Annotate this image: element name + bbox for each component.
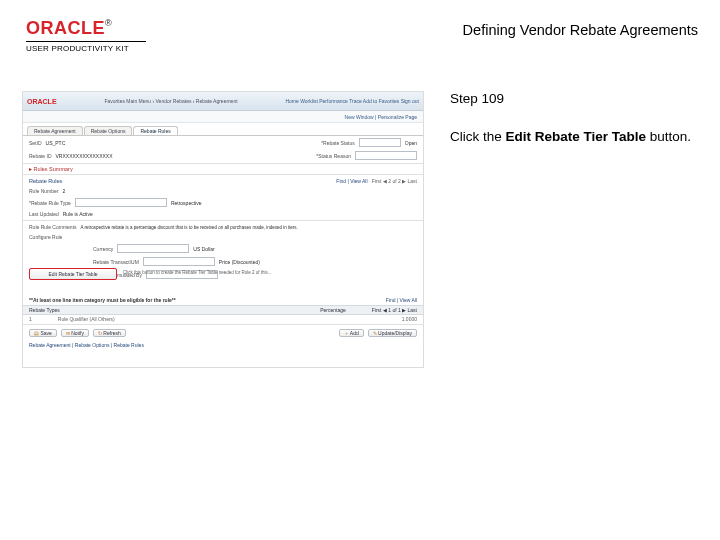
ruletype-select[interactable] — [75, 198, 167, 207]
section-rebate-rules: Rebate Rules — [29, 178, 62, 184]
add-button[interactable]: ＋ Add — [339, 329, 364, 337]
refresh-button[interactable]: ↻ Refresh — [93, 329, 126, 337]
col-category: Rebate Types — [29, 307, 60, 313]
instruction-panel: Step 109 Click the Edit Rebate Tier Tabl… — [450, 91, 691, 146]
instruction-post: button. — [646, 129, 691, 144]
row-desc: Rule Qualifier (All Others) — [58, 316, 115, 322]
currency-label: Currency — [93, 246, 113, 252]
notify-icon: ✉ — [66, 330, 70, 336]
setid-value: US_PTC — [46, 140, 66, 146]
transact-select[interactable] — [143, 257, 215, 266]
table-row: 1 Rule Qualifier (All Others) 1.0000 — [23, 315, 423, 323]
ruleno-value: 2 — [62, 188, 65, 194]
brand-logo: ORACLE — [26, 18, 105, 38]
ruleno-label: Rule Number — [29, 188, 58, 194]
reason-select[interactable] — [355, 151, 417, 160]
col-nav: First ◀ 1 of 1 ▶ Last — [372, 307, 417, 313]
lastupd-value: Rule is Active — [63, 211, 93, 217]
rule-category-header: **At least one line item category must b… — [29, 297, 176, 303]
refresh-icon: ↻ — [98, 330, 102, 336]
save-icon: ▤ — [34, 330, 39, 336]
instruction-text: Click the Edit Rebate Tier Table button. — [450, 128, 691, 146]
page-tools: New Window | Personalize Page — [23, 111, 423, 123]
setid-label: SetID — [29, 140, 42, 146]
footer-tab-links[interactable]: Rebate Agreement | Rebate Options | Reba… — [23, 340, 423, 350]
brand-tm: ® — [105, 18, 112, 28]
update-icon: ✎ — [373, 330, 377, 336]
rebateid-label: Rebate ID — [29, 153, 52, 159]
tab-rebate-rules[interactable]: Rebate Rules — [133, 126, 177, 135]
tab-rebate-options[interactable]: Rebate Options — [84, 126, 133, 135]
lastupd-label: Last Updated — [29, 211, 59, 217]
instruction-pre: Click the — [450, 129, 506, 144]
row-idx: 1 — [29, 316, 32, 322]
app-screenshot: ORACLE Favorites Main Menu › Vendor Reba… — [22, 91, 424, 368]
brand-kit: USER PRODUCTIVITY KIT — [26, 44, 146, 53]
grid-nav-1[interactable]: First ◀ 2 of 2 ▶ Last — [372, 178, 417, 184]
breadcrumb: Favorites Main Menu › Vendor Rebates › R… — [104, 98, 237, 104]
configure-label: Configure Rule — [29, 234, 62, 240]
find-link-1[interactable]: Find | View All — [336, 178, 367, 184]
notify-button[interactable]: ✉ Notify — [61, 329, 89, 337]
tabstrip: Rebate Agreement Rebate Options Rebate R… — [23, 123, 423, 136]
add-icon: ＋ — [344, 330, 349, 336]
step-label: Step 109 — [450, 91, 691, 106]
find-link-2[interactable]: Find | View All — [386, 297, 417, 303]
page-title: Defining Vendor Rebate Agreements — [463, 22, 698, 38]
save-button[interactable]: ▤ Save — [29, 329, 57, 337]
currency-select[interactable] — [117, 244, 189, 253]
instruction-bold: Edit Rebate Tier Table — [506, 129, 647, 144]
status-select[interactable] — [359, 138, 401, 147]
brand-rule — [26, 41, 146, 42]
status-label: *Rebate Status — [321, 140, 355, 146]
app-logo: ORACLE — [27, 98, 57, 105]
reason-label: *Status Reason — [316, 153, 351, 159]
update-display-button[interactable]: ✎ Update/Display — [368, 329, 417, 337]
transact-value: Price (Discounted) — [219, 259, 260, 265]
header-links: Home Worklist Performance Trace Add to F… — [285, 98, 419, 104]
tab-rebate-agreement[interactable]: Rebate Agreement — [27, 126, 83, 135]
row-value: 1.0000 — [402, 316, 417, 322]
edit-note: Click this button to create the Rebate T… — [123, 270, 272, 275]
table-header: Rebate Types Percentage First ◀ 1 of 1 ▶… — [23, 305, 423, 315]
brand-block: ORACLE® USER PRODUCTIVITY KIT — [26, 18, 146, 53]
ruletype-value: Retrospective — [171, 200, 202, 206]
rebateid-value: VRXXXXXXXXXXXXXXX — [56, 153, 113, 159]
rulecmt-label: Rule Rule Comments — [29, 224, 77, 230]
ruletype-label: *Rebate Rule Type — [29, 200, 71, 206]
status-value: Open — [405, 140, 417, 146]
currency-value: US Dollar — [193, 246, 214, 252]
transact-label: Rebate Transact/UM — [93, 259, 139, 265]
section-rules-summary[interactable]: ▸ Rules Summary — [23, 165, 423, 173]
col-percentage: Percentage — [320, 307, 346, 313]
rulecmt-value: A retrospective rebate is a percentage d… — [81, 225, 298, 230]
